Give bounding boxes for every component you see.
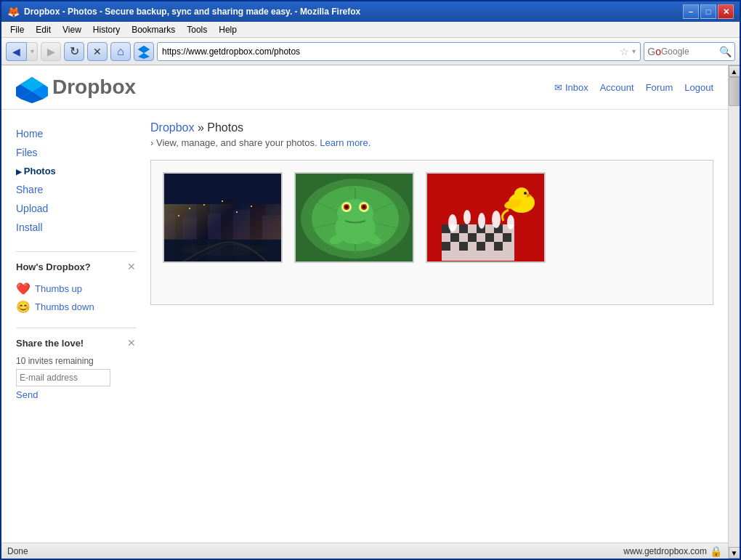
svg-rect-55 — [468, 233, 477, 242]
sidebar-item-upload[interactable]: Upload — [16, 199, 136, 218]
search-input[interactable] — [661, 46, 719, 57]
svg-point-70 — [524, 192, 527, 195]
email-invite-input[interactable] — [16, 369, 110, 386]
window-controls: – □ ✕ — [683, 4, 734, 19]
window-title: Dropbox - Photos - Secure backup, sync a… — [24, 7, 683, 17]
send-invite-link[interactable]: Send — [16, 389, 136, 400]
menu-help[interactable]: Help — [213, 23, 243, 36]
scroll-thumb[interactable] — [729, 77, 740, 106]
back-dropdown[interactable]: ▾ — [26, 42, 38, 61]
svg-point-64 — [478, 213, 485, 229]
sidebar-item-photos[interactable]: Photos — [16, 162, 136, 180]
stop-button[interactable]: ✕ — [87, 42, 108, 61]
menu-edit[interactable]: Edit — [30, 23, 57, 36]
page-content: Dropbox ✉ Inbox Account Forum Logout — [1, 65, 728, 559]
upload-link[interactable]: Upload — [16, 203, 48, 214]
menu-view[interactable]: View — [57, 23, 87, 36]
breadcrumb-home[interactable]: Dropbox — [150, 121, 194, 134]
home-button[interactable]: ⌂ — [110, 42, 131, 61]
scroll-up-arrow[interactable]: ▲ — [729, 65, 740, 77]
widget-header: How's Dropbox? ✕ — [16, 261, 136, 272]
sidebar-item-home[interactable]: Home — [16, 124, 136, 143]
forward-button[interactable]: ▶ — [41, 42, 61, 61]
svg-rect-61 — [494, 242, 503, 251]
main-content: Dropbox » Photos › View, manage, and sha… — [136, 110, 728, 543]
share-link[interactable]: Share — [16, 184, 43, 195]
share-widget-header: Share the love! ✕ — [16, 337, 136, 349]
dropbox-nav-icon[interactable] — [134, 42, 154, 61]
forum-link[interactable]: Forum — [646, 82, 673, 93]
back-button[interactable]: ◀ — [6, 42, 26, 61]
thumbs-down-item[interactable]: 😊 Thumbs down — [16, 298, 136, 316]
title-bar: 🦊 Dropbox - Photos - Secure backup, sync… — [1, 1, 740, 22]
photo-frog[interactable] — [294, 172, 414, 263]
photos-grid — [163, 172, 546, 263]
svg-point-63 — [463, 210, 471, 224]
subtitle-text: › View, manage, and share your photos. — [150, 137, 317, 148]
thumbs-up-label: Thumbs up — [35, 283, 82, 294]
breadcrumb-separator: » — [194, 121, 207, 134]
status-text: Done — [7, 546, 28, 556]
menu-file[interactable]: File — [4, 23, 30, 36]
scroll-track[interactable] — [729, 77, 740, 547]
close-button[interactable]: ✕ — [718, 4, 734, 19]
files-link[interactable]: Files — [16, 147, 38, 158]
svg-point-62 — [448, 214, 457, 232]
bookmark-star-icon[interactable]: ☆ — [617, 46, 632, 57]
svg-rect-58 — [442, 242, 450, 251]
search-bar[interactable]: G o 🔍 — [644, 42, 735, 61]
breadcrumb: Dropbox » Photos — [150, 121, 713, 134]
cityscape-image — [164, 174, 281, 261]
svg-rect-56 — [485, 233, 494, 242]
sidebar-item-share[interactable]: Share — [16, 180, 136, 199]
photo-chess[interactable] — [426, 172, 546, 263]
search-button[interactable]: 🔍 — [719, 46, 732, 57]
learn-more-link[interactable]: Learn more. — [320, 137, 370, 148]
photos-container — [150, 160, 713, 305]
navigation-bar: ◀ ▾ ▶ ↻ ✕ ⌂ ☆ ▾ G o 🔍 — [1, 38, 740, 65]
account-link[interactable]: Account — [600, 82, 634, 93]
sidebar: Home Files Photos Share Upload — [1, 110, 136, 543]
frog-image — [296, 174, 413, 261]
share-love-close[interactable]: ✕ — [127, 337, 136, 349]
install-link[interactable]: Install — [16, 222, 43, 233]
hows-dropbox-close[interactable]: ✕ — [127, 261, 136, 272]
thumbs-up-icon: ❤️ — [16, 282, 31, 296]
dropdown-arrow-icon[interactable]: ▾ — [632, 47, 636, 55]
status-right: www.getdropbox.com 🔒 — [623, 545, 722, 557]
svg-rect-59 — [459, 242, 468, 251]
sidebar-navigation: Home Files Photos Share Upload — [16, 124, 136, 237]
svg-point-65 — [492, 211, 501, 228]
photo-cityscape[interactable] — [163, 172, 283, 263]
reload-button[interactable]: ↻ — [64, 42, 84, 61]
site-header: Dropbox ✉ Inbox Account Forum Logout — [1, 65, 728, 110]
menu-bookmarks[interactable]: Bookmarks — [126, 23, 181, 36]
lock-icon: 🔒 — [710, 545, 722, 557]
svg-point-38 — [337, 199, 373, 228]
hows-dropbox-widget: How's Dropbox? ✕ ❤️ Thumbs up 😊 Thumbs d… — [16, 251, 136, 316]
svg-rect-60 — [477, 242, 485, 251]
address-bar[interactable]: ☆ ▾ — [157, 42, 641, 61]
share-love-title: Share the love! — [16, 338, 84, 349]
sidebar-item-install[interactable]: Install — [16, 218, 136, 237]
svg-point-24 — [189, 208, 190, 209]
scroll-down-arrow[interactable]: ▼ — [729, 547, 740, 559]
scrollbar[interactable]: ▲ ▼ — [728, 65, 740, 559]
logout-link[interactable]: Logout — [684, 82, 713, 93]
inbox-link[interactable]: ✉ Inbox — [554, 82, 588, 93]
svg-point-27 — [236, 211, 238, 213]
site-body: Home Files Photos Share Upload — [1, 110, 728, 543]
home-link[interactable]: Home — [16, 128, 43, 139]
maximize-button[interactable]: □ — [700, 4, 716, 19]
dropbox-logo-icon — [16, 74, 45, 100]
thumbs-up-item[interactable]: ❤️ Thumbs up — [16, 280, 136, 298]
minimize-button[interactable]: – — [683, 4, 699, 19]
menu-tools[interactable]: Tools — [181, 23, 213, 36]
google-icon-2: o — [655, 46, 661, 57]
menu-history[interactable]: History — [87, 23, 126, 36]
url-input[interactable] — [162, 46, 617, 57]
svg-point-23 — [178, 215, 179, 216]
thumbs-down-label: Thumbs down — [35, 301, 94, 312]
svg-marker-1 — [138, 46, 150, 53]
sidebar-item-files[interactable]: Files — [16, 143, 136, 162]
